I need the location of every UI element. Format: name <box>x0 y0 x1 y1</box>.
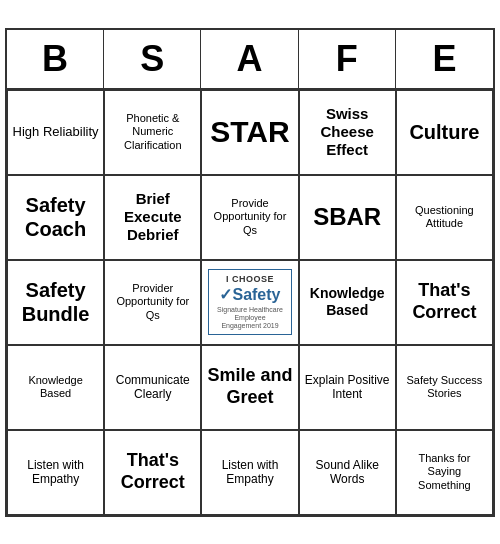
cell-6[interactable]: Brief Execute Debrief <box>104 175 201 260</box>
cell-10[interactable]: Safety Bundle <box>7 260 104 345</box>
cell-15[interactable]: Knowledge Based <box>7 345 104 430</box>
cell-3[interactable]: Swiss Cheese Effect <box>299 90 396 175</box>
cell-2[interactable]: STAR <box>201 90 298 175</box>
cell-18[interactable]: Explain Positive Intent <box>299 345 396 430</box>
cell-22[interactable]: Listen with Empathy <box>201 430 298 515</box>
cell-8[interactable]: SBAR <box>299 175 396 260</box>
cell-11[interactable]: Provider Opportunity for Qs <box>104 260 201 345</box>
cell-17[interactable]: Smile and Greet <box>201 345 298 430</box>
cell-20[interactable]: Listen with Empathy <box>7 430 104 515</box>
bingo-card: B S A F E High Reliability Phonetic & Nu… <box>5 28 495 517</box>
cell-4[interactable]: Culture <box>396 90 493 175</box>
cell-5[interactable]: Safety Coach <box>7 175 104 260</box>
cell-23[interactable]: Sound Alike Words <box>299 430 396 515</box>
bingo-header: B S A F E <box>7 30 493 90</box>
cell-7[interactable]: Provide Opportunity for Qs <box>201 175 298 260</box>
cell-0[interactable]: High Reliability <box>7 90 104 175</box>
cell-12-center[interactable]: I CHOOSE ✓Safety Signature HealthcareEmp… <box>201 260 298 345</box>
cell-21[interactable]: That's Correct <box>104 430 201 515</box>
cell-13[interactable]: Knowledge Based <box>299 260 396 345</box>
cell-16[interactable]: Communicate Clearly <box>104 345 201 430</box>
cell-19[interactable]: Safety Success Stories <box>396 345 493 430</box>
header-s: S <box>104 30 201 88</box>
cell-24[interactable]: Thanks for Saying Something <box>396 430 493 515</box>
cell-9[interactable]: Questioning Attitude <box>396 175 493 260</box>
header-b: B <box>7 30 104 88</box>
header-a: A <box>201 30 298 88</box>
center-logo: I CHOOSE ✓Safety Signature HealthcareEmp… <box>204 263 295 342</box>
bingo-grid: High Reliability Phonetic & Numeric Clar… <box>7 90 493 515</box>
cell-1[interactable]: Phonetic & Numeric Clarification <box>104 90 201 175</box>
header-e: E <box>396 30 493 88</box>
cell-14[interactable]: That's Correct <box>396 260 493 345</box>
header-f: F <box>299 30 396 88</box>
